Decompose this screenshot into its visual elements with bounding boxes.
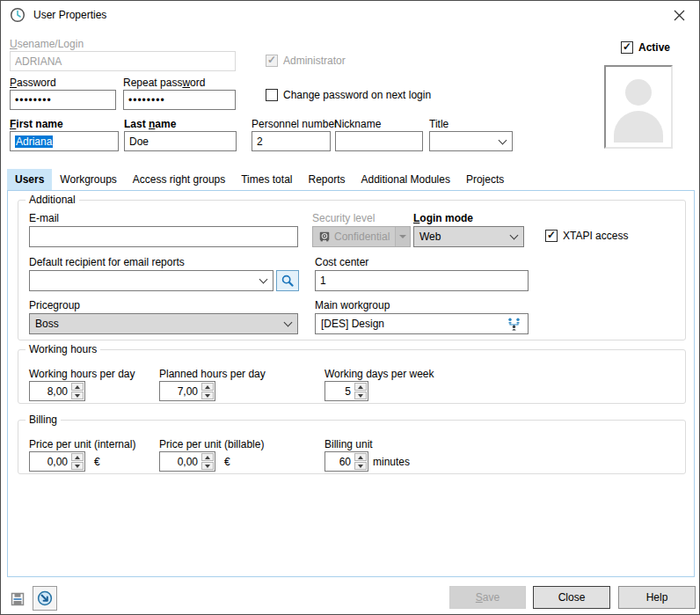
price-internal-label: Price per unit (internal): [29, 438, 135, 450]
spin-buttons: [70, 382, 84, 400]
active-checkbox-box: [621, 41, 633, 54]
change-password-checkbox-box: [266, 89, 278, 101]
triangle-down-icon: [358, 465, 363, 468]
security-level-dropdown-button: [395, 227, 410, 246]
active-label: Active: [638, 41, 670, 54]
tab-access-right-groups[interactable]: Access right groups: [125, 169, 233, 190]
personnel-number-input[interactable]: [252, 131, 331, 151]
spin-up-button[interactable]: [201, 383, 214, 391]
title-select[interactable]: [429, 131, 513, 151]
default-recipient-select[interactable]: [29, 270, 273, 291]
planned-hours-per-day-spinner[interactable]: 7,00: [159, 381, 215, 401]
price-internal-value: 0,00: [30, 452, 70, 471]
last-name-label: Last name: [124, 118, 176, 130]
triangle-down-icon: [205, 465, 210, 468]
cost-center-label: Cost center: [315, 256, 368, 268]
main-workgroup-label: Main workgroup: [315, 299, 390, 311]
tab-times-total[interactable]: Times total: [233, 169, 300, 190]
working-days-per-week-spinner[interactable]: 5: [324, 381, 368, 401]
spin-up-button[interactable]: [71, 453, 84, 461]
first-name-label: First name: [10, 118, 63, 130]
tab-users[interactable]: Users: [7, 169, 52, 190]
last-name-input[interactable]: [124, 131, 237, 151]
save-button: Save: [449, 586, 526, 609]
main-workgroup-field[interactable]: [DES] Design: [315, 313, 529, 334]
first-name-selected-text: Adriana: [15, 135, 53, 148]
help-button[interactable]: Help: [618, 586, 696, 609]
price-internal-currency: €: [94, 456, 100, 468]
spin-buttons: [201, 452, 215, 471]
spin-down-button[interactable]: [354, 392, 367, 399]
tab-reports[interactable]: Reports: [300, 169, 353, 190]
transfer-tool-button[interactable]: [33, 586, 57, 611]
chevron-down-icon: [510, 231, 519, 240]
security-level-value: Confidential: [334, 231, 390, 243]
close-button[interactable]: Close: [533, 586, 610, 609]
triangle-down-icon: [358, 394, 363, 398]
tab-workgroups[interactable]: Workgroups: [52, 169, 124, 190]
recipient-search-button[interactable]: [276, 270, 299, 291]
active-checkbox[interactable]: Active: [621, 41, 670, 54]
cost-center-input[interactable]: [315, 270, 529, 291]
person-silhouette-icon: [625, 79, 652, 106]
repeat-password-input[interactable]: [123, 90, 236, 110]
billing-unit-spinner[interactable]: 60: [324, 451, 368, 472]
spin-up-button[interactable]: [354, 383, 367, 391]
close-window-button[interactable]: [667, 4, 690, 26]
xtapi-access-checkbox[interactable]: XTAPI access: [545, 230, 628, 242]
price-billable-currency: €: [224, 456, 230, 468]
avatar[interactable]: [604, 65, 673, 149]
person-silhouette-body: [614, 111, 663, 143]
change-password-checkbox[interactable]: Change password on next login: [266, 89, 431, 101]
tab-projects[interactable]: Projects: [458, 169, 512, 190]
first-name-input[interactable]: Adriana: [10, 131, 119, 151]
working-days-per-week-label: Working days per week: [324, 368, 434, 380]
triangle-down-icon: [75, 465, 80, 468]
xtapi-checkbox-box: [545, 230, 558, 242]
tab-strip: Users Workgroups Access right groups Tim…: [7, 169, 512, 190]
tab-additional-modules[interactable]: Additional Modules: [354, 169, 458, 190]
triangle-up-icon: [358, 456, 363, 459]
working-hours-per-day-label: Working hours per day: [29, 368, 135, 380]
password-input[interactable]: [10, 90, 116, 110]
login-mode-select[interactable]: Web: [413, 226, 524, 247]
spin-up-button[interactable]: [354, 453, 367, 461]
spin-up-button[interactable]: [71, 383, 84, 391]
floppy-disk-icon: [10, 591, 26, 607]
security-level-label: Security level: [312, 212, 375, 224]
username-input[interactable]: [10, 51, 236, 71]
spin-down-button[interactable]: [201, 392, 214, 399]
spin-down-button[interactable]: [71, 392, 84, 399]
spin-down-button[interactable]: [71, 462, 84, 470]
spin-down-button[interactable]: [201, 462, 214, 470]
title-bar: User Properties: [1, 1, 699, 29]
working-hours-per-day-spinner[interactable]: 8,00: [29, 381, 85, 401]
group-additional: Additional E-mail Security level Confide…: [18, 200, 686, 340]
price-internal-spinner[interactable]: 0,00: [29, 451, 85, 472]
save-tool-button[interactable]: [6, 588, 29, 611]
magnifier-icon: [281, 274, 295, 288]
nickname-label: Nickname: [334, 118, 381, 130]
pricegroup-select[interactable]: Boss: [29, 313, 298, 334]
login-mode-value: Web: [419, 231, 441, 243]
email-label: E-mail: [29, 212, 59, 224]
spin-down-button[interactable]: [354, 462, 367, 470]
spin-buttons: [354, 382, 368, 400]
login-mode-label: Login mode: [413, 212, 473, 224]
window-title: User Properties: [33, 9, 106, 21]
administrator-checkbox-box: [266, 55, 278, 67]
billing-unit-label: Billing unit: [324, 438, 373, 450]
triangle-up-icon: [358, 385, 363, 389]
password-label: Password: [10, 77, 56, 89]
price-billable-label: Price per unit (billable): [159, 438, 264, 450]
xtapi-access-label: XTAPI access: [563, 230, 628, 242]
main-workgroup-value: [DES] Design: [321, 318, 384, 330]
email-input[interactable]: [29, 226, 298, 247]
chevron-down-icon: [284, 318, 293, 327]
price-billable-spinner[interactable]: 0,00: [159, 451, 215, 472]
user-properties-dialog: User Properties Usename/Login Administra…: [0, 0, 700, 615]
triangle-up-icon: [205, 456, 210, 459]
administrator-checkbox[interactable]: Administrator: [266, 55, 346, 67]
spin-up-button[interactable]: [201, 453, 214, 461]
nickname-input[interactable]: [335, 131, 423, 151]
